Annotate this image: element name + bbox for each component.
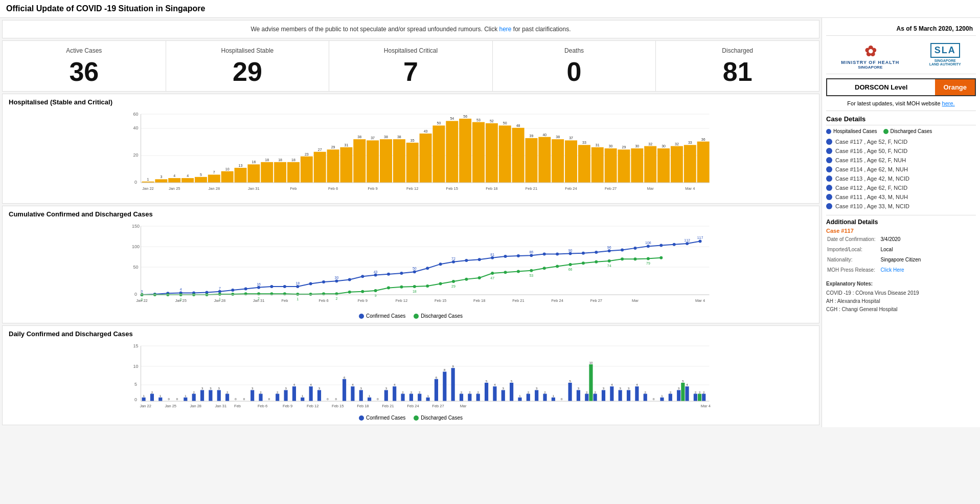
svg-text:0: 0	[243, 398, 245, 401]
svg-text:Feb 9: Feb 9	[368, 186, 378, 191]
svg-text:0: 0	[134, 292, 137, 297]
svg-text:43: 43	[374, 270, 378, 274]
svg-text:Feb: Feb	[290, 186, 297, 191]
svg-text:2: 2	[411, 391, 413, 394]
svg-rect-69	[486, 123, 498, 183]
svg-rect-288	[284, 390, 288, 401]
hospitalised-bar-chart: 60 40 20 0 1Jan 2234Jan 25457Jan 2810131…	[9, 108, 813, 199]
svg-text:31: 31	[345, 143, 349, 147]
svg-text:30: 30	[662, 144, 666, 148]
svg-rect-81	[552, 139, 564, 183]
nationality-label: Nationality:	[827, 255, 880, 265]
additional-details-title: Additional Details	[826, 218, 976, 226]
svg-rect-72	[499, 125, 511, 183]
svg-point-132	[309, 282, 312, 286]
svg-text:0: 0	[327, 398, 329, 401]
svg-point-199	[608, 259, 611, 262]
svg-text:Jan 28: Jan 28	[190, 404, 202, 408]
svg-text:3: 3	[210, 387, 212, 390]
svg-text:0: 0	[141, 290, 143, 293]
svg-text:48: 48	[516, 124, 520, 127]
svg-text:Jan 28: Jan 28	[209, 186, 220, 191]
svg-rect-325	[451, 368, 455, 401]
case-item: Case #115 , Age 62, F, NUH	[826, 156, 976, 165]
svg-text:54: 54	[450, 117, 454, 120]
moh-press-link[interactable]: Click Here	[881, 267, 904, 273]
svg-rect-364	[610, 386, 613, 401]
daily-chart-svg: 15 10 5 0 121001233320032023414300643103…	[23, 340, 813, 411]
svg-text:38: 38	[357, 135, 361, 139]
svg-text:79: 79	[646, 261, 650, 265]
svg-rect-60	[432, 125, 445, 183]
svg-rect-372	[644, 394, 647, 401]
hospitalised-stable-label: Hospitalised Stable	[170, 47, 325, 54]
cumulative-chart-title: Cumulative Confirmed and Discharged Case…	[9, 210, 813, 218]
svg-text:20: 20	[133, 152, 138, 158]
explanatory-notes: Explanatory Notes: COVID -19 : COrona Vi…	[826, 280, 976, 314]
svg-point-162	[699, 239, 702, 243]
svg-rect-294	[309, 386, 313, 401]
svg-text:Feb 21: Feb 21	[382, 404, 394, 408]
svg-text:50: 50	[413, 267, 417, 270]
svg-text:29: 29	[331, 145, 335, 149]
case-dot	[826, 176, 832, 182]
svg-text:30: 30	[635, 144, 639, 148]
svg-rect-387	[698, 394, 701, 401]
svg-text:3: 3	[201, 387, 203, 390]
svg-point-135	[348, 278, 351, 281]
svg-text:Feb 9: Feb 9	[358, 298, 368, 303]
svg-point-161	[686, 242, 689, 245]
svg-rect-281	[250, 390, 254, 401]
svg-point-197	[582, 261, 585, 265]
moh-press-label: MOH Press Release:	[827, 266, 880, 275]
svg-point-189	[478, 276, 481, 279]
svg-text:Mar 4: Mar 4	[685, 186, 695, 191]
svg-text:27: 27	[318, 148, 322, 151]
svg-rect-41	[327, 149, 339, 183]
advisory-link[interactable]: here	[499, 26, 511, 33]
svg-text:52: 52	[490, 119, 494, 123]
svg-rect-76	[525, 138, 537, 183]
svg-text:18: 18	[278, 158, 282, 162]
svg-point-143	[452, 260, 455, 264]
svg-point-128	[257, 286, 260, 289]
svg-text:2: 2	[151, 391, 153, 394]
sla-logo: SLA SINGAPORE LAND AUTHORITY	[929, 43, 961, 70]
svg-text:18: 18	[291, 158, 295, 162]
svg-text:0: 0	[561, 398, 563, 401]
daily-legend: Confirmed Cases Discharged Cases	[9, 415, 813, 421]
svg-text:3: 3	[385, 387, 388, 390]
svg-text:3: 3	[536, 387, 538, 390]
svg-point-158	[647, 245, 650, 248]
svg-rect-319	[426, 398, 430, 401]
svg-rect-104	[684, 145, 696, 183]
svg-rect-321	[435, 379, 438, 401]
svg-text:0: 0	[335, 398, 337, 401]
moh-website-link[interactable]: here.	[942, 100, 955, 106]
case-dot	[826, 148, 832, 154]
hospitalised-chart-section: Hospitalised (Stable and Critical) 60 40…	[2, 94, 819, 204]
svg-rect-337	[502, 390, 505, 401]
svg-rect-379	[677, 390, 680, 401]
svg-point-145	[478, 258, 481, 261]
svg-text:3: 3	[318, 387, 321, 390]
svg-text:Jan 31: Jan 31	[248, 186, 260, 191]
daily-chart-section: Daily Confirmed and Discharged Cases 15 …	[2, 325, 819, 425]
svg-text:56: 56	[463, 115, 467, 118]
discharged-value: 81	[660, 58, 815, 85]
date-header: As of 5 March 2020, 1200h	[826, 22, 976, 36]
svg-text:106: 106	[645, 241, 651, 245]
svg-text:18: 18	[265, 158, 269, 162]
svg-rect-304	[359, 390, 363, 401]
svg-text:Jan 22: Jan 22	[142, 186, 154, 191]
svg-point-169	[218, 293, 221, 296]
svg-point-153	[582, 252, 585, 255]
svg-text:72: 72	[451, 257, 455, 260]
svg-rect-358	[589, 364, 592, 401]
svg-rect-86	[578, 145, 590, 183]
svg-rect-13	[168, 178, 180, 183]
svg-rect-368	[627, 390, 630, 401]
svg-text:2: 2	[670, 391, 672, 394]
svg-text:29: 29	[451, 284, 455, 288]
hospitalised-critical-label: Hospitalised Critical	[333, 47, 488, 54]
